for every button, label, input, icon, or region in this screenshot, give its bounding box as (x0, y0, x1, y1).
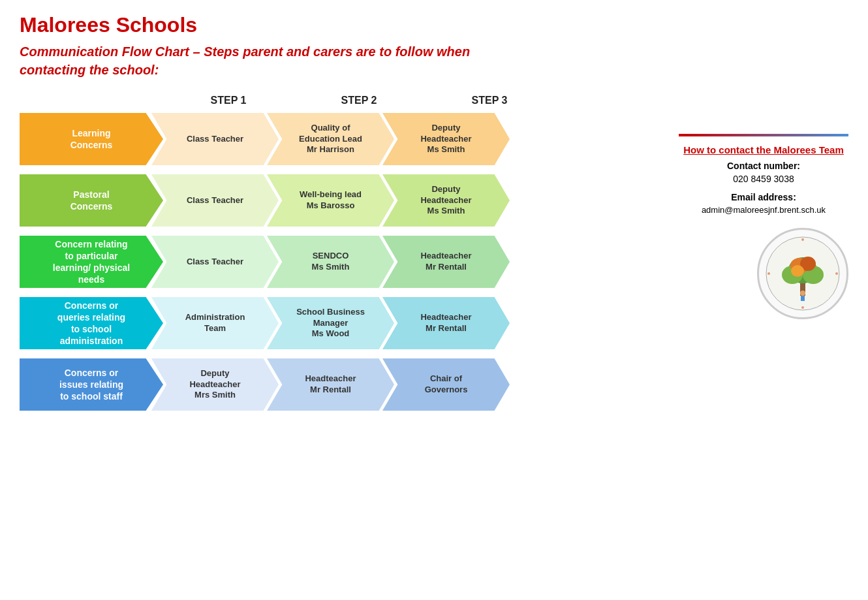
email-label: Email address: (679, 192, 848, 202)
step2-header: STEP 2 (294, 95, 424, 106)
flowchart: STEP 1 STEP 2 STEP 3 LearningConcernsCla… (20, 95, 666, 420)
flow-row-5: Concerns orissues relatingto school staf… (20, 358, 666, 411)
flow-row-3: Concern relatingto particularlearning/ p… (20, 236, 666, 288)
row-label-1: LearningConcerns (20, 113, 163, 165)
svg-point-11 (801, 306, 804, 309)
contact-number: 020 8459 3038 (679, 174, 848, 184)
svg-point-13 (835, 272, 838, 275)
sidebar: How to contact the Malorees Team Contact… (679, 95, 848, 420)
step3-header: STEP 3 (424, 95, 555, 106)
flow-row-4: Concerns orqueries relatingto schooladmi… (20, 297, 666, 349)
row-step1-2: Class Teacher (151, 174, 279, 227)
row-step2-1: Quality ofEducation LeadMr Harrison (267, 113, 394, 165)
contact-link[interactable]: How to contact the Malorees Team (679, 144, 848, 155)
row-step1-5: DeputyHeadteacherMrs Smith (151, 358, 279, 411)
row-step1-3: Class Teacher (151, 236, 279, 288)
subtitle: Communication Flow Chart – Steps parent … (20, 42, 529, 79)
row-label-5: Concerns orissues relatingto school staf… (20, 358, 163, 411)
row-step3-4: HeadteacherMr Rentall (382, 297, 510, 349)
email-value: admin@maloreesjnf.brent.sch.uk (679, 205, 848, 215)
row-step1-4: AdministrationTeam (151, 297, 279, 349)
step1-header: STEP 1 (163, 95, 294, 106)
row-step2-4: School BusinessManagerMs Wood (267, 297, 394, 349)
contact-label: Contact number: (679, 161, 848, 171)
row-label-3: Concern relatingto particularlearning/ p… (20, 236, 163, 288)
sidebar-divider (679, 134, 848, 136)
row-step3-2: DeputyHeadteacherMs Smith (382, 174, 510, 227)
row-label-4: Concerns orqueries relatingto schooladmi… (20, 297, 163, 349)
logo-container (679, 228, 848, 319)
school-logo (757, 228, 848, 319)
row-step3-3: HeadteacherMr Rentall (382, 236, 510, 288)
main-layout: STEP 1 STEP 2 STEP 3 LearningConcernsCla… (20, 95, 848, 420)
svg-point-12 (767, 272, 770, 275)
row-step1-1: Class Teacher (151, 113, 279, 165)
school-title: Malorees Schools (20, 13, 848, 37)
rows-container: LearningConcernsClass TeacherQuality ofE… (20, 113, 666, 411)
row-step3-5: Chair ofGovernors (382, 358, 510, 411)
flow-row-2: PastoralConcernsClass TeacherWell-being … (20, 174, 666, 227)
row-step3-1: DeputyHeadteacherMs Smith (382, 113, 510, 165)
logo-svg (764, 234, 842, 313)
step-headers: STEP 1 STEP 2 STEP 3 (163, 95, 666, 106)
svg-rect-9 (801, 296, 805, 301)
svg-point-7 (791, 265, 804, 277)
row-step2-3: SENDCOMs Smith (267, 236, 394, 288)
flow-row-1: LearningConcernsClass TeacherQuality ofE… (20, 113, 666, 165)
svg-point-10 (801, 238, 804, 241)
row-step2-5: HeadteacherMr Rentall (267, 358, 394, 411)
svg-point-8 (800, 291, 805, 296)
row-step2-2: Well-being leadMs Barosso (267, 174, 394, 227)
row-label-2: PastoralConcerns (20, 174, 163, 227)
